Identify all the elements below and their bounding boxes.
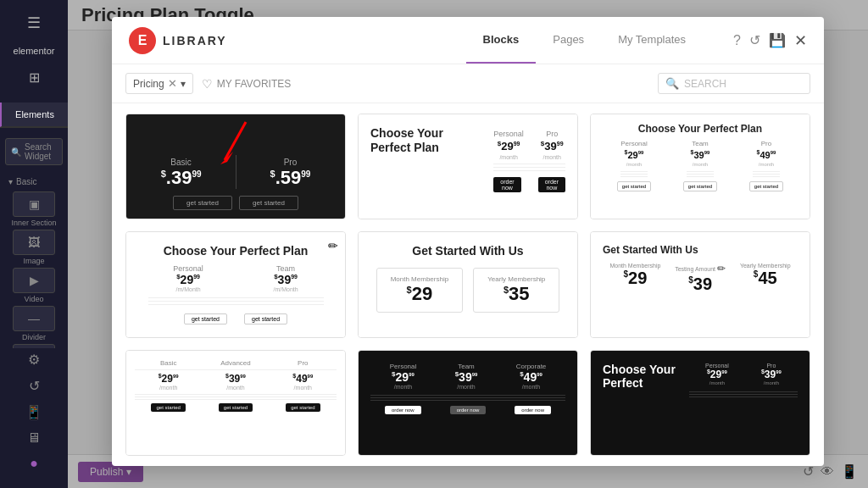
card4-team-cta[interactable]: get started bbox=[244, 313, 287, 324]
card6-yearly-price: $45 bbox=[740, 269, 791, 288]
refresh-icon[interactable]: ↺ bbox=[25, 374, 43, 397]
card1-pro-name: Pro bbox=[270, 158, 311, 167]
save-template-icon[interactable]: 💾 bbox=[769, 32, 786, 48]
card3-team-cta[interactable]: get started bbox=[683, 181, 717, 191]
hamburger-icon[interactable]: ☰ bbox=[20, 7, 47, 39]
tab-blocks[interactable]: Blocks bbox=[466, 17, 537, 64]
card7-basic-cta[interactable]: get started bbox=[151, 403, 185, 412]
help-icon[interactable]: ? bbox=[733, 33, 741, 48]
card3-team-price: $3999 bbox=[691, 149, 710, 160]
card1-basic-price: $.3999 bbox=[161, 167, 202, 189]
card2-personal-cta[interactable]: order now bbox=[493, 177, 520, 192]
card5-month-box: Month Membership $29 bbox=[376, 268, 463, 313]
card4-plans-row: Personal $2999 /m/Month Team $3999 /m/Mo… bbox=[138, 264, 333, 292]
card5-yearly-label: Yearly Membership bbox=[487, 275, 545, 283]
card7-advanced-cta[interactable]: get started bbox=[219, 403, 253, 412]
mobile-icon[interactable]: 📱 bbox=[22, 401, 46, 424]
feature-line bbox=[687, 171, 714, 172]
card7-advanced-period: /month bbox=[202, 385, 269, 391]
feature-line bbox=[148, 301, 324, 302]
card2-pro-cta[interactable]: order now bbox=[538, 177, 565, 192]
pencil-icon: ✏ bbox=[328, 239, 338, 252]
template-card-get-started-two[interactable]: Get Started With Us Month Membership $29… bbox=[358, 231, 578, 337]
search-widget[interactable]: 🔍 Search Widget bbox=[5, 138, 63, 165]
feature-line bbox=[148, 304, 324, 305]
card6-yearly-label: Yearly Membership bbox=[740, 263, 791, 269]
feature-line bbox=[202, 399, 269, 400]
desktop-icon[interactable]: 🖥 bbox=[24, 427, 44, 449]
card8-corporate-cta[interactable]: order now bbox=[515, 406, 551, 414]
divider-label: Divider bbox=[22, 333, 46, 341]
template-card-dark-split[interactable]: Choose Your Perfect Personal $2999 /mont… bbox=[590, 350, 810, 456]
template-card-dark-three[interactable]: Personal $2999 /month Team $3999 /month … bbox=[358, 350, 578, 456]
card9-pro-price: $3999 bbox=[761, 369, 782, 380]
feature-line bbox=[370, 395, 565, 396]
template-card-basic-advanced-pro[interactable]: Basic $2999 /month Advanced bbox=[125, 350, 346, 456]
sidebar-tab-elements[interactable]: Elements bbox=[0, 103, 68, 127]
card9-pro-name: Pro bbox=[761, 363, 782, 369]
card7-pro-cta[interactable]: get started bbox=[286, 403, 320, 412]
filter-clear-icon[interactable]: ✕ bbox=[168, 77, 177, 90]
template-card-get-started-three[interactable]: Get Started With Us Month Membership $29… bbox=[590, 231, 810, 337]
elementor-logo: elementor bbox=[10, 42, 58, 59]
sidebar-nav: Elements bbox=[0, 103, 68, 128]
feature-line bbox=[202, 394, 269, 395]
card8-personal-col: Personal $2999 /month bbox=[390, 363, 417, 390]
card1-basic-btn[interactable]: get started bbox=[173, 196, 232, 210]
card2-cta-row: order now order now bbox=[493, 174, 565, 192]
template-card-personal-team[interactable]: Choose Your Perfect Plan ✏ Personal $299… bbox=[125, 231, 346, 337]
card8-personal-price: $2999 bbox=[390, 370, 417, 384]
widget-video[interactable]: ▶ Video bbox=[5, 268, 63, 303]
card6-testing-price: $39 bbox=[675, 274, 726, 294]
favorites-button[interactable]: ♡ MY FAVORITES bbox=[202, 77, 292, 91]
card3-personal-cta[interactable]: get started bbox=[617, 181, 651, 191]
widget-divider[interactable]: — Divider bbox=[5, 306, 63, 341]
card8-corporate-col: Corporate $4999 /month bbox=[516, 363, 547, 390]
feature-line bbox=[135, 396, 202, 397]
card8-corporate-name: Corporate bbox=[516, 363, 547, 370]
card3-team-name: Team bbox=[692, 140, 709, 147]
favorites-label: MY FAVORITES bbox=[217, 78, 292, 90]
card4-personal-cta[interactable]: get started bbox=[184, 313, 227, 324]
grid-icon[interactable]: ⊞ bbox=[22, 63, 47, 92]
template-search-box[interactable]: 🔍 SEARCH bbox=[658, 73, 810, 94]
card8-team-col: Team $3999 /month bbox=[455, 363, 478, 390]
template-card-white-three-column[interactable]: Choose Your Perfect Plan Personal $2999 … bbox=[590, 114, 810, 219]
template-card-dark-basic-pro[interactable]: Basic $.3999 Pro $.5999 get started ge bbox=[125, 114, 346, 219]
heart-icon: ♡ bbox=[202, 77, 213, 91]
card5-month-label: Month Membership bbox=[391, 275, 448, 283]
card8-cta-row: order now order now order now bbox=[370, 406, 565, 414]
sidebar: ☰ elementor ⊞ Elements 🔍 Search Widget ▾… bbox=[0, 0, 68, 488]
feature-line bbox=[689, 394, 798, 395]
filter-category-select[interactable]: Pricing ✕ ▾ bbox=[125, 73, 193, 94]
close-icon[interactable]: ✕ bbox=[794, 31, 807, 50]
card8-team-cta[interactable]: order now bbox=[450, 406, 487, 414]
card3-pro-cta[interactable]: get started bbox=[749, 181, 783, 191]
card5-month-price: $29 bbox=[391, 283, 448, 305]
card3-pro-period: /month bbox=[759, 162, 774, 167]
settings-icon[interactable]: ⚙ bbox=[25, 348, 43, 371]
tab-my-templates[interactable]: My Templates bbox=[601, 17, 703, 64]
widget-image[interactable]: 🖼 Image bbox=[5, 230, 63, 265]
card9-feature-lines bbox=[689, 391, 798, 397]
search-widget-label: Search Widget bbox=[25, 142, 57, 161]
card9-personal-period: /month bbox=[705, 380, 729, 385]
card4-personal-period: /m/Month bbox=[173, 286, 203, 292]
card9-left: Choose Your Perfect bbox=[603, 363, 681, 456]
main-content: Pricing Plan Toggle Pricing Plan Toggle … bbox=[68, 0, 868, 488]
card6-month-price: $29 bbox=[609, 269, 660, 288]
card2-pro-name: Pro bbox=[546, 130, 558, 138]
feature-line bbox=[270, 396, 337, 397]
card4-personal-price: $2999 bbox=[173, 273, 203, 286]
modal-header: E LIBRARY Blocks Pages My Templates ? ↺ … bbox=[112, 17, 824, 64]
card7-basic-features bbox=[135, 394, 202, 400]
card4-team-price: $3999 bbox=[273, 273, 298, 286]
sync-icon[interactable]: ↺ bbox=[749, 32, 760, 48]
template-card-white-two-column[interactable]: Choose Your Perfect Plan Personal $2999 … bbox=[358, 114, 578, 219]
card7-pro-price: $4999 bbox=[270, 373, 337, 385]
widget-inner-section[interactable]: ▣ Inner Section bbox=[5, 191, 63, 227]
card8-personal-cta[interactable]: order now bbox=[385, 406, 421, 414]
card1-pro-btn[interactable]: get started bbox=[239, 196, 298, 210]
card9-personal-col: Personal $2999 /month bbox=[705, 363, 729, 385]
tab-pages[interactable]: Pages bbox=[536, 17, 601, 64]
